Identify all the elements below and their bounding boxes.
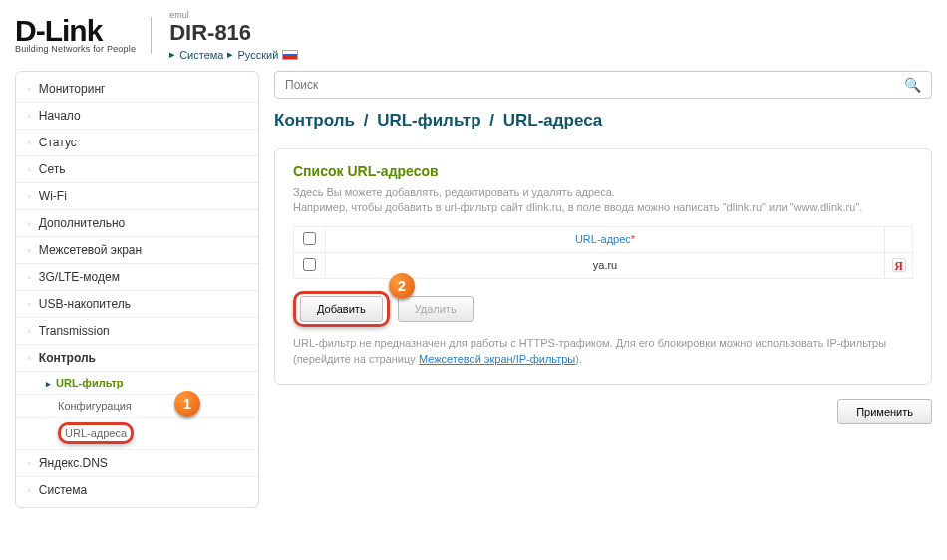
brand-logo: D-Link bbox=[15, 17, 136, 44]
sidebar-sub-url-addresses[interactable]: URL-адреса bbox=[16, 418, 258, 450]
section-hint: Здесь Вы можете добавлять, редактировать… bbox=[293, 185, 913, 216]
chevron-right-icon: ▸ bbox=[169, 48, 175, 61]
delete-button: Удалить bbox=[398, 296, 474, 322]
search-icon[interactable]: 🔍 bbox=[904, 77, 921, 93]
table-row[interactable]: ya.ru Я bbox=[294, 252, 913, 278]
sidebar-item-label: Статус bbox=[39, 136, 77, 149]
chevron-right-icon: ▸ bbox=[227, 48, 233, 61]
bullet-icon: ◦ bbox=[28, 192, 31, 201]
breadcrumb-part[interactable]: URL-фильтр bbox=[377, 111, 480, 130]
annotation-badge-1: 1 bbox=[174, 391, 200, 417]
bullet-icon: ◦ bbox=[28, 273, 31, 282]
sidebar-item-label: Мониторинг bbox=[39, 82, 106, 96]
firewall-link[interactable]: Межсетевой экран/IP-фильтры bbox=[419, 353, 575, 365]
url-table: URL-адрес* ya.ru Я bbox=[293, 226, 913, 279]
sidebar-item-control[interactable]: ◦Контроль bbox=[16, 345, 258, 372]
sidebar-sub-url-filter[interactable]: ▸URL-фильтр bbox=[16, 372, 258, 395]
bullet-icon: ◦ bbox=[28, 486, 31, 495]
sidebar: ◦Мониторинг ◦Начало ◦Статус ◦Сеть ◦Wi-Fi… bbox=[15, 71, 259, 508]
footer-row: Применить bbox=[274, 399, 932, 424]
sidebar-item-label: Wi-Fi bbox=[39, 189, 67, 203]
col-label: URL-адрес bbox=[575, 233, 631, 245]
sidebar-item-start[interactable]: ◦Начало bbox=[16, 103, 258, 130]
sidebar-item-system[interactable]: ◦Система bbox=[16, 477, 258, 503]
crumb-language[interactable]: Русский bbox=[237, 49, 278, 61]
sidebar-sub-config[interactable]: Конфигурация 1 bbox=[16, 395, 258, 418]
sidebar-item-label: Сеть bbox=[39, 162, 66, 176]
search-bar[interactable]: 🔍 bbox=[274, 71, 932, 99]
bullet-icon: ◦ bbox=[28, 246, 31, 255]
breadcrumb-part: URL-адреса bbox=[503, 111, 603, 130]
breadcrumb-part[interactable]: Контроль bbox=[274, 111, 355, 130]
col-url-address: URL-адрес* bbox=[326, 226, 885, 252]
sidebar-item-usb-storage[interactable]: ◦USB-накопитель bbox=[16, 291, 258, 318]
sidebar-item-label: Transmission bbox=[39, 324, 110, 338]
row-url[interactable]: ya.ru bbox=[326, 252, 885, 278]
sidebar-item-advanced[interactable]: ◦Дополнительно bbox=[16, 210, 258, 237]
sidebar-item-firewall[interactable]: ◦Межсетевой экран bbox=[16, 237, 258, 264]
https-note: URL-фильтр не предназначен для работы с … bbox=[293, 335, 913, 368]
col-checkbox bbox=[294, 226, 326, 252]
sidebar-item-network[interactable]: ◦Сеть bbox=[16, 156, 258, 183]
bullet-icon: ◦ bbox=[28, 219, 31, 228]
breadcrumb-sep: / bbox=[485, 111, 498, 130]
sidebar-item-label: Межсетевой экран bbox=[39, 243, 142, 257]
sidebar-item-label: Контроль bbox=[39, 351, 96, 365]
select-all-checkbox[interactable] bbox=[303, 232, 316, 245]
bullet-icon: ◦ bbox=[28, 165, 31, 174]
col-icon bbox=[885, 226, 913, 252]
sidebar-item-label: Конфигурация bbox=[58, 400, 132, 412]
crumb-system[interactable]: Система bbox=[179, 49, 223, 61]
yandex-icon: Я bbox=[892, 258, 906, 272]
flag-ru-icon[interactable] bbox=[282, 50, 298, 60]
apply-button[interactable]: Применить bbox=[837, 399, 932, 424]
sidebar-item-status[interactable]: ◦Статус bbox=[16, 130, 258, 156]
header-crumbs: ▸ Система ▸ Русский bbox=[169, 48, 298, 61]
hint-line: Здесь Вы можете добавлять, редактировать… bbox=[293, 186, 615, 198]
search-input[interactable] bbox=[285, 78, 904, 92]
url-list-section: Список URL-адресов Здесь Вы можете добав… bbox=[274, 148, 932, 385]
hint-line: Например, чтобы добавить в url-фильтр са… bbox=[293, 201, 862, 213]
required-star-icon: * bbox=[631, 233, 635, 245]
sidebar-item-label: USB-накопитель bbox=[39, 297, 131, 311]
sidebar-item-label: URL-адреса bbox=[65, 427, 127, 439]
note-text: URL-фильтр не предназначен для работы с … bbox=[293, 337, 886, 366]
bullet-icon: ◦ bbox=[28, 327, 31, 336]
bullet-icon: ◦ bbox=[28, 300, 31, 309]
sidebar-item-label: Система bbox=[39, 483, 87, 497]
sidebar-item-label: URL-фильтр bbox=[56, 377, 124, 389]
bullet-icon: ◦ bbox=[28, 85, 31, 94]
annotation-badge-2: 2 bbox=[389, 273, 415, 299]
logo-block: D-Link Building Networks for People bbox=[15, 17, 152, 54]
table-button-row: Добавить Удалить 2 bbox=[293, 291, 913, 327]
annotation-highlight: URL-адреса bbox=[58, 422, 134, 444]
section-title: Список URL-адресов bbox=[293, 163, 913, 179]
add-button[interactable]: Добавить bbox=[300, 296, 383, 322]
sidebar-item-3g-lte[interactable]: ◦3G/LTE-модем bbox=[16, 264, 258, 291]
note-text: ). bbox=[575, 353, 582, 365]
sidebar-item-yandex-dns[interactable]: ◦Яндекс.DNS bbox=[16, 450, 258, 477]
sidebar-item-label: Дополнительно bbox=[39, 216, 125, 230]
bullet-icon: ◦ bbox=[28, 139, 31, 147]
brand-tagline: Building Networks for People bbox=[15, 44, 136, 54]
bullet-icon: ◦ bbox=[28, 354, 31, 363]
bullet-icon: ◦ bbox=[28, 112, 31, 121]
page-breadcrumb: Контроль / URL-фильтр / URL-адреса bbox=[274, 111, 932, 131]
annotation-highlight: Добавить bbox=[293, 291, 390, 327]
breadcrumb-sep: / bbox=[360, 111, 373, 130]
emul-label: emul bbox=[169, 10, 298, 20]
model-name: DIR-816 bbox=[169, 20, 298, 46]
bullet-icon: ◦ bbox=[28, 459, 31, 468]
sidebar-item-monitoring[interactable]: ◦Мониторинг bbox=[16, 76, 258, 103]
sidebar-item-transmission[interactable]: ◦Transmission bbox=[16, 318, 258, 345]
row-checkbox[interactable] bbox=[303, 258, 316, 271]
sidebar-item-wifi[interactable]: ◦Wi-Fi bbox=[16, 183, 258, 210]
model-block: emul DIR-816 ▸ Система ▸ Русский bbox=[169, 10, 298, 61]
sidebar-item-label: 3G/LTE-модем bbox=[39, 270, 120, 284]
page-header: D-Link Building Networks for People emul… bbox=[15, 10, 932, 61]
sidebar-item-label: Начало bbox=[39, 109, 81, 123]
sidebar-item-label: Яндекс.DNS bbox=[39, 456, 108, 470]
chevron-right-icon: ▸ bbox=[46, 379, 51, 389]
